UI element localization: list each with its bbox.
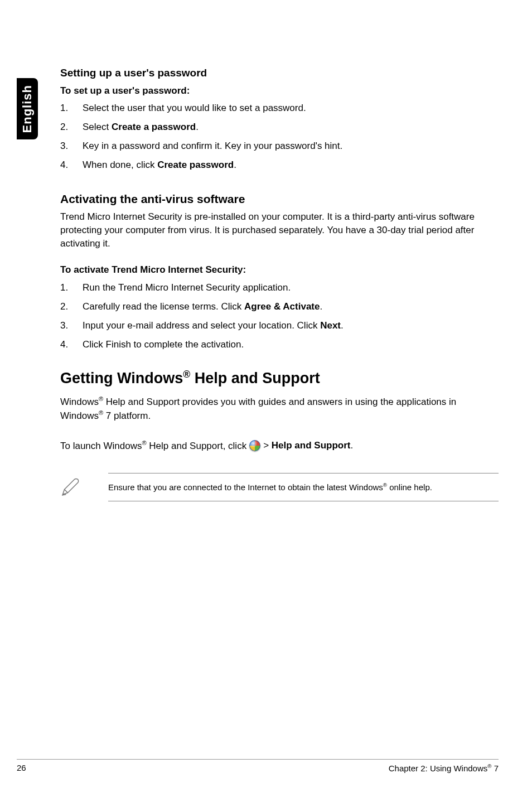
step-number: 2. — [60, 120, 69, 134]
antivirus-sub: To activate Trend Micro Internet Securit… — [60, 263, 499, 277]
page-content: Setting up a user's password To set up a… — [60, 66, 499, 501]
list-item: 3. Key in a password and confirm it. Key… — [60, 139, 499, 153]
setting-password-steps: 1. Select the user that you would like t… — [60, 102, 499, 171]
chapter-label: Chapter 2: Using Windows® 7 — [389, 763, 499, 773]
page-number: 26 — [17, 763, 26, 773]
antivirus-heading: Activating the anti-virus software — [60, 191, 499, 207]
step-number: 1. — [60, 281, 69, 294]
antivirus-para: Trend Micro Internet Security is pre-ins… — [60, 210, 499, 250]
language-tab: English — [17, 78, 38, 139]
step-number: 4. — [60, 338, 69, 351]
list-item: 3. Input your e-mail address and select … — [60, 319, 499, 332]
windows-start-icon — [249, 440, 260, 451]
launch-instruction: To launch Windows® Help and Support, cli… — [60, 439, 499, 452]
language-tab-label: English — [20, 85, 35, 133]
list-item: 1. Select the user that you would like t… — [60, 102, 499, 115]
list-item: 4. Click Finish to complete the activati… — [60, 338, 499, 351]
note-block: Ensure that you are connected to the Int… — [60, 473, 499, 501]
page-footer: 26 Chapter 2: Using Windows® 7 — [17, 759, 499, 773]
step-text: Click Finish to complete the activation. — [83, 338, 244, 351]
note-text: Ensure that you are connected to the Int… — [108, 473, 499, 501]
antivirus-steps: 1. Run the Trend Micro Internet Security… — [60, 281, 499, 351]
step-text: Select Create a password. — [83, 120, 199, 134]
help-support-para: Windows® Help and Support provides you w… — [60, 395, 499, 422]
list-item: 2. Carefully read the license terms. Cli… — [60, 300, 499, 313]
list-item: 4. When done, click Create password. — [60, 158, 499, 172]
pen-icon — [60, 477, 80, 497]
setting-password-sub: To set up a user's password: — [60, 84, 499, 98]
step-number: 3. — [60, 139, 69, 153]
step-text: Key in a password and confirm it. Key in… — [83, 139, 342, 153]
step-text: Carefully read the license terms. Click … — [83, 300, 322, 313]
list-item: 1. Run the Trend Micro Internet Security… — [60, 281, 499, 294]
step-text: When done, click Create password. — [83, 158, 236, 172]
list-item: 2. Select Create a password. — [60, 120, 499, 134]
step-text: Input your e-mail address and select you… — [83, 319, 344, 332]
setting-password-heading: Setting up a user's password — [60, 66, 499, 81]
step-number: 2. — [60, 300, 69, 313]
step-number: 3. — [60, 319, 69, 332]
step-text: Select the user that you would like to s… — [83, 102, 306, 115]
step-number: 4. — [60, 158, 69, 172]
help-support-heading: Getting Windows® Help and Support — [60, 368, 499, 389]
step-text: Run the Trend Micro Internet Security ap… — [83, 281, 291, 294]
step-number: 1. — [60, 102, 69, 115]
